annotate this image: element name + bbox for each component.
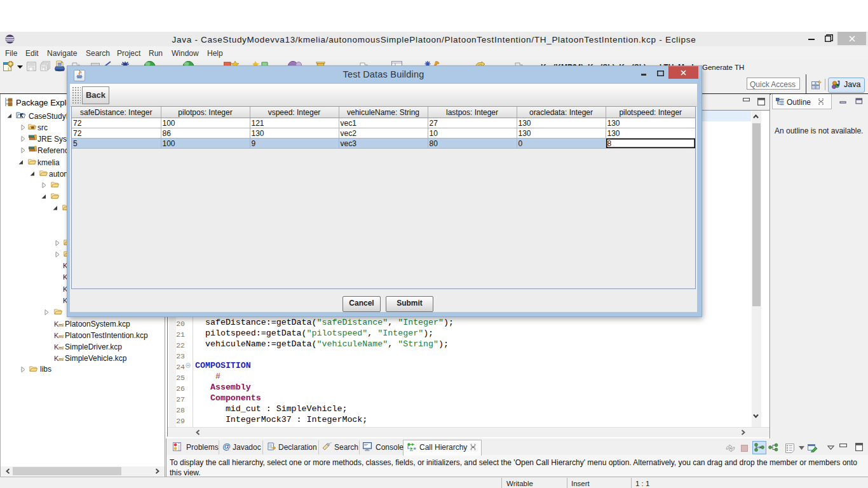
svg-text:J: J — [836, 80, 840, 87]
